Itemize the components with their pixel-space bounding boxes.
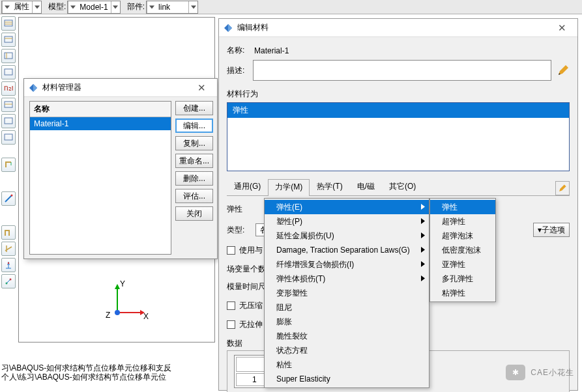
close-icon[interactable]: ✕ bbox=[550, 20, 574, 36]
tool-icon-14[interactable] bbox=[1, 274, 16, 288]
svg-point-15 bbox=[8, 262, 9, 264]
svg-rect-11 bbox=[5, 118, 12, 124]
wechat-icon: ✱ bbox=[506, 365, 525, 380]
model-label: 模型: bbox=[48, 1, 66, 12]
tab-thermal[interactable]: 热学(T) bbox=[310, 178, 349, 195]
chevron-down-icon bbox=[188, 1, 197, 13]
use-checkbox[interactable] bbox=[227, 246, 235, 255]
svg-text:X: X bbox=[143, 312, 149, 321]
menu-item-expand[interactable]: 膨胀 bbox=[265, 315, 429, 329]
menu-item-brittle[interactable]: 脆性裂纹 bbox=[265, 329, 429, 343]
part-select[interactable]: link bbox=[146, 1, 198, 14]
top-toolbar: 属性 模型: Model-1 部件: link bbox=[0, 0, 582, 14]
menu-item-eos[interactable]: 状态方程 bbox=[265, 343, 429, 357]
chevron-down-icon bbox=[32, 1, 41, 13]
mechanical-menu: 弹性(E) 塑性(P) 延性金属损伤(U) Damage, Traction S… bbox=[264, 198, 429, 388]
material-list[interactable]: 名称 Material-1 bbox=[29, 101, 171, 255]
tool-icon-7[interactable] bbox=[1, 114, 16, 128]
delete-button[interactable]: 删除... bbox=[175, 171, 213, 186]
submenu-item-porous[interactable]: 多孔弹性 bbox=[430, 272, 495, 286]
pencil-icon[interactable] bbox=[555, 181, 570, 195]
name-value: Material-1 bbox=[254, 46, 289, 55]
tool-icon-2[interactable] bbox=[1, 33, 16, 47]
behavior-item[interactable]: 弹性 bbox=[227, 103, 569, 118]
part-text: link bbox=[156, 3, 174, 12]
tool-icon-5[interactable]: n₂n₁ bbox=[1, 81, 16, 96]
submenu-item-elastic[interactable]: 弹性 bbox=[430, 200, 495, 214]
menu-item-damp[interactable]: 阻尼 bbox=[265, 300, 429, 315]
submenu-item-hypo[interactable]: 亚弹性 bbox=[430, 257, 495, 272]
create-button[interactable]: 创建... bbox=[175, 101, 213, 115]
tool-icon-9[interactable] bbox=[1, 158, 16, 172]
svg-marker-22 bbox=[115, 284, 120, 289]
part-label: 部件: bbox=[127, 1, 145, 12]
tool-icon-6[interactable] bbox=[1, 98, 16, 112]
notension-checkbox[interactable] bbox=[227, 320, 235, 329]
module-text: 属性 bbox=[11, 1, 32, 12]
menu-item-dtsl[interactable]: Damage, Traction Separation Laws(G) bbox=[265, 243, 429, 257]
material-list-header: 名称 bbox=[30, 102, 171, 117]
svg-line-18 bbox=[7, 279, 10, 283]
model-text: Model-1 bbox=[77, 3, 110, 12]
chevron-down-icon bbox=[147, 1, 156, 13]
close-icon[interactable]: ✕ bbox=[190, 80, 213, 96]
tab-electrical[interactable]: 电/磁 bbox=[350, 178, 382, 195]
rename-button[interactable]: 重命名... bbox=[175, 154, 213, 168]
svg-text:Z: Z bbox=[106, 311, 110, 320]
nocompression-checkbox[interactable] bbox=[227, 301, 235, 310]
svg-text:Y: Y bbox=[120, 280, 125, 288]
module-select[interactable]: 属性 bbox=[1, 1, 42, 14]
svg-point-23 bbox=[115, 310, 120, 315]
menu-item-fiber[interactable]: 纤维增强复合物损伤(I) bbox=[265, 257, 429, 272]
evaluate-button[interactable]: 评估... bbox=[175, 189, 213, 203]
svg-point-14 bbox=[11, 195, 13, 197]
submenu-item-hyperfoam[interactable]: 超弹泡沫 bbox=[430, 229, 495, 243]
tab-general[interactable]: 通用(G) bbox=[227, 178, 268, 195]
menu-item-deform[interactable]: 变形塑性 bbox=[265, 286, 429, 300]
model-select[interactable]: Model-1 bbox=[67, 1, 120, 14]
edit-button[interactable]: 编辑... bbox=[175, 119, 213, 133]
copy-button[interactable]: 复制... bbox=[175, 136, 213, 150]
tool-icon-10[interactable] bbox=[1, 191, 16, 206]
status-text: 习\ABAQUS-如何求结构节点位移单元位移和支反 个人\练习\ABAQUS-如… bbox=[1, 363, 171, 382]
menu-item-elastomer[interactable]: 弹性体损伤(T) bbox=[265, 272, 429, 286]
desc-label: 描述: bbox=[227, 65, 252, 76]
submenu-item-lowdens[interactable]: 低密度泡沫 bbox=[430, 243, 495, 257]
tool-icon-8[interactable] bbox=[1, 130, 16, 145]
material-list-item[interactable]: Material-1 bbox=[30, 117, 171, 130]
svg-line-13 bbox=[5, 195, 12, 202]
menu-item-elastic[interactable]: 弹性(E) bbox=[265, 200, 429, 214]
menu-item-ductile[interactable]: 延性金属损伤(U) bbox=[265, 229, 429, 243]
material-manager-dialog: 材料管理器 ✕ 名称 Material-1 创建... 编辑... 复制... … bbox=[23, 78, 218, 259]
svg-rect-0 bbox=[5, 20, 12, 26]
edit-material-titlebar[interactable]: 编辑材料 ✕ bbox=[219, 19, 577, 37]
menu-item-visc[interactable]: 粘性 bbox=[265, 357, 429, 372]
behavior-label: 材料行为 bbox=[227, 89, 570, 100]
tool-icon-4[interactable] bbox=[1, 65, 16, 79]
tool-icon-11[interactable] bbox=[1, 225, 16, 240]
submenu-item-hyper[interactable]: 超弹性 bbox=[430, 214, 495, 229]
menu-item-plastic[interactable]: 塑性(P) bbox=[265, 214, 429, 229]
material-manager-title: 材料管理器 bbox=[42, 82, 190, 93]
suboptions-button[interactable]: ▾ 子选项 bbox=[533, 223, 570, 237]
tool-icon-3[interactable] bbox=[1, 49, 16, 63]
desc-input[interactable] bbox=[253, 60, 551, 81]
tool-icon-1[interactable] bbox=[1, 16, 16, 31]
chevron-down-icon bbox=[68, 1, 77, 13]
behavior-list[interactable]: 弹性 bbox=[227, 102, 570, 171]
menu-item-super[interactable]: Super Elasticity bbox=[265, 372, 429, 386]
material-manager-titlebar[interactable]: 材料管理器 ✕ bbox=[24, 79, 217, 97]
tool-icon-12[interactable] bbox=[1, 242, 16, 256]
name-label: 名称: bbox=[227, 45, 252, 56]
chevron-down-icon bbox=[2, 1, 11, 13]
submenu-item-visco[interactable]: 粘弹性 bbox=[430, 286, 495, 300]
tool-icon-13[interactable] bbox=[1, 258, 16, 272]
tab-other[interactable]: 其它(O) bbox=[382, 178, 423, 195]
pencil-icon[interactable] bbox=[557, 64, 570, 77]
category-tabs: 通用(G) 力学(M) 热学(T) 电/磁 其它(O) bbox=[227, 180, 570, 196]
edit-material-title: 编辑材料 bbox=[237, 22, 550, 33]
close-button[interactable]: 关闭 bbox=[175, 206, 213, 221]
use-label: 使用与 bbox=[239, 245, 263, 256]
tab-mechanical[interactable]: 力学(M) bbox=[268, 179, 310, 196]
svg-rect-7 bbox=[5, 69, 12, 75]
